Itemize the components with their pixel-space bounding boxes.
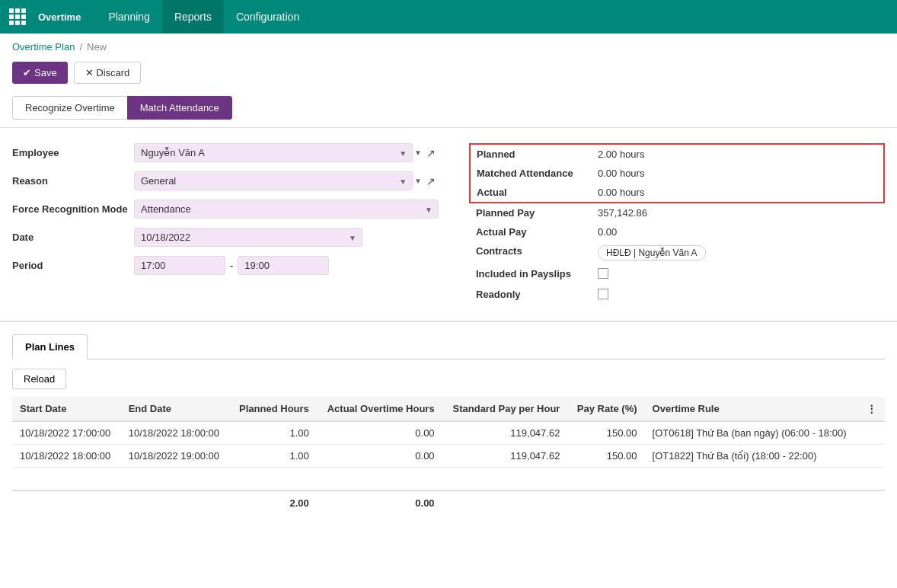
check-icon: ✔ (23, 67, 31, 78)
actual-pay-label: Actual Pay (470, 222, 592, 241)
tab-bar: Plan Lines (12, 334, 885, 360)
form-left: Employee ▼ ↗ Reason (12, 143, 439, 305)
discard-button[interactable]: ✕ Discard (74, 62, 142, 84)
included-in-payslips-label: Included in Payslips (470, 264, 592, 285)
included-in-payslips-checkbox[interactable] (598, 268, 608, 279)
reason-row: Reason ▼ ↗ (12, 171, 439, 190)
col-start-date: Start Date (12, 397, 121, 421)
planned-pay-value: 357,142.86 (592, 203, 884, 222)
actual-value: 0.00 hours (592, 183, 884, 203)
date-input[interactable] (134, 228, 362, 247)
app-title: Overtime (38, 11, 81, 23)
totals-spacer4 (567, 491, 644, 515)
col-pay-rate: Pay Rate (%) (567, 397, 644, 421)
recognize-overtime-button[interactable]: Recognize Overtime (12, 96, 128, 120)
employee-external-link[interactable]: ↗ (423, 145, 439, 161)
reason-input-group: ▼ ↗ (134, 171, 439, 190)
matched-attendance-value: 0.00 hours (592, 164, 884, 183)
reason-control: ▼ ↗ (134, 171, 439, 190)
row1-planned-hours: 1.00 (229, 421, 316, 445)
row1-menu (859, 421, 885, 445)
employee-dropdown-icon: ▼ (414, 149, 422, 157)
period-start-input[interactable] (134, 256, 225, 275)
matched-attendance-label: Matched Attendance (470, 164, 592, 183)
force-recognition-select[interactable]: Attendance (134, 200, 439, 219)
readonly-checkbox[interactable] (598, 289, 608, 299)
row1-standard-pay: 119,047.62 (442, 421, 568, 445)
top-menu: Planning Reports Configuration (96, 0, 311, 34)
totals-row: 2.00 0.00 (12, 491, 885, 515)
nav-configuration[interactable]: Configuration (224, 0, 311, 34)
col-menu[interactable]: ⋮ (859, 397, 885, 421)
tab-plan-lines[interactable]: Plan Lines (12, 334, 88, 360)
reload-button[interactable]: Reload (12, 369, 66, 389)
col-overtime-rule: Overtime Rule (645, 397, 860, 421)
row2-planned-hours: 1.00 (229, 445, 316, 468)
readonly-row: Readonly (470, 285, 884, 305)
info-table: Planned 2.00 hours Matched Attendance 0.… (469, 143, 885, 305)
nav-reports[interactable]: Reports (162, 0, 224, 34)
totals-spacer5 (645, 491, 860, 515)
highlight-planned-row: Planned 2.00 hours (470, 144, 884, 164)
planned-pay-label: Planned Pay (470, 203, 592, 222)
table-header: Start Date End Date Planned Hours Actual… (12, 397, 885, 421)
row1-end-date: 10/18/2022 18:00:00 (121, 421, 230, 445)
match-attendance-button[interactable]: Match Attendance (127, 96, 232, 120)
employee-control: ▼ ↗ (134, 143, 439, 162)
save-button[interactable]: ✔ Save (12, 62, 68, 84)
breadcrumb-separator: / (79, 41, 82, 53)
row1-overtime-rule: [OT0618] Thứ Ba (ban ngày) (06:00 - 18:0… (645, 421, 860, 445)
reason-input[interactable] (134, 171, 413, 190)
form-area: Employee ▼ ↗ Reason (0, 128, 897, 321)
contract-badge[interactable]: HĐLĐ | Nguyễn Văn A (598, 245, 706, 260)
date-label: Date (12, 228, 134, 243)
employee-label: Employee (12, 143, 134, 158)
topnav: Overtime Planning Reports Configuration (0, 0, 897, 34)
employee-input-group: ▼ ↗ (134, 143, 439, 162)
breadcrumb-parent[interactable]: Overtime Plan (12, 41, 75, 53)
action-bar: ✔ Save ✕ Discard (0, 57, 897, 91)
matched-attendance-row: Matched Attendance 0.00 hours (470, 164, 884, 183)
col-actual-overtime-hours: Actual Overtime Hours (317, 397, 442, 421)
included-in-payslips-value (592, 264, 884, 285)
period-row: Period - (12, 256, 439, 275)
row2-start-date: 10/18/2022 18:00:00 (12, 445, 121, 468)
period-label: Period (12, 256, 134, 271)
force-recognition-label: Force Recognition Mode (12, 200, 134, 215)
app-logo[interactable]: Overtime (9, 8, 81, 25)
reason-external-link[interactable]: ↗ (423, 174, 439, 189)
form-right: Planned 2.00 hours Matched Attendance 0.… (469, 143, 885, 305)
table-body: 10/18/2022 17:00:00 10/18/2022 18:00:00 … (12, 421, 885, 515)
contracts-row: Contracts HĐLĐ | Nguyễn Văn A (470, 241, 884, 264)
totals-spacer6 (859, 491, 885, 515)
reason-label: Reason (12, 171, 134, 187)
col-end-date: End Date (121, 397, 230, 421)
row2-actual-overtime-hours: 0.00 (317, 445, 442, 468)
contracts-label: Contracts (470, 241, 592, 264)
totals-actual-hours: 0.00 (317, 491, 442, 515)
period-control: - (134, 256, 439, 275)
table-row: 10/18/2022 17:00:00 10/18/2022 18:00:00 … (12, 421, 885, 445)
readonly-label: Readonly (470, 285, 592, 305)
plan-lines-section: Plan Lines Reload Start Date End Date Pl… (0, 321, 897, 527)
table-row: 10/18/2022 18:00:00 10/18/2022 19:00:00 … (12, 445, 885, 468)
reload-bar: Reload (12, 369, 885, 389)
date-row: Date (12, 228, 439, 247)
employee-input[interactable] (134, 143, 413, 162)
grid-icon (9, 8, 26, 25)
planned-label: Planned (470, 144, 592, 164)
period-end-input[interactable] (238, 256, 329, 275)
period-separator: - (230, 260, 233, 271)
totals-spacer1 (12, 491, 121, 515)
col-planned-hours: Planned Hours (229, 397, 316, 421)
breadcrumb-current: New (87, 41, 107, 53)
nav-planning[interactable]: Planning (96, 0, 162, 34)
included-in-payslips-row: Included in Payslips (470, 264, 884, 285)
totals-spacer2 (121, 491, 230, 515)
actual-pay-value: 0.00 (592, 222, 884, 241)
row1-start-date: 10/18/2022 17:00:00 (12, 421, 121, 445)
secondary-bar: Recognize Overtime Match Attendance (0, 91, 897, 128)
row2-overtime-rule: [OT1822] Thứ Ba (tối) (18:00 - 22:00) (645, 445, 860, 468)
page-container: Overtime Plan / New ✔ Save ✕ Discard Rec… (0, 34, 897, 588)
totals-spacer3 (442, 491, 568, 515)
